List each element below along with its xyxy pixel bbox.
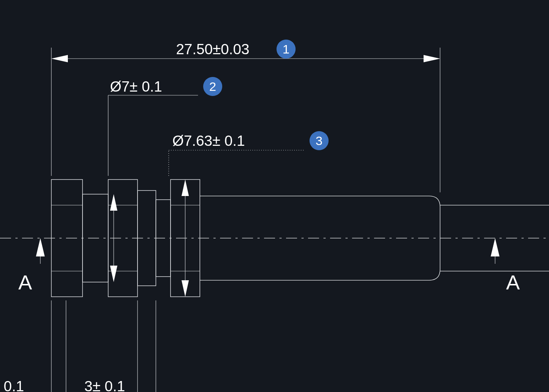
svg-text:2: 2: [209, 79, 216, 93]
section-left: A: [18, 238, 45, 294]
partial-bottom-mid: 3± 0.1: [84, 378, 125, 392]
dia7-arrow-top: [110, 194, 117, 211]
dim-dia763-text: Ø7.63± 0.1: [172, 133, 245, 149]
arrow-left: [51, 55, 68, 62]
badge-3: 3: [310, 131, 329, 150]
section-left-label: A: [18, 271, 32, 294]
badge-1: 1: [277, 40, 296, 59]
section-left-arrow: [36, 238, 45, 256]
dia-symbol: Ø: [110, 78, 121, 95]
drawing-canvas: 27.50±0.03 1 Ø7± 0.1 2: [0, 0, 549, 392]
part-outline: [0, 180, 549, 297]
dim-overall-length: 27.50±0.03 1: [51, 40, 440, 192]
svg-text:3: 3: [316, 134, 323, 148]
arrow-right: [424, 55, 440, 62]
dia7-arrow-bot: [110, 266, 117, 282]
section-right-label: A: [506, 271, 520, 294]
section-right-arrow: [491, 238, 499, 256]
dia763-arrow-bot: [182, 280, 189, 297]
section-right: A: [491, 238, 520, 294]
dia-symbol-2: Ø: [172, 133, 184, 149]
badge-2: 2: [203, 77, 222, 96]
dim-overall-text: 27.50±0.03: [176, 41, 249, 57]
dim-dia763: Ø7.63± 0.1 3: [169, 131, 329, 297]
partial-bottom-left: 0.1: [4, 378, 24, 392]
svg-text:1: 1: [283, 42, 290, 56]
dim-dia7-text: Ø7± 0.1: [110, 78, 162, 95]
dia763-arrow-top: [182, 180, 189, 196]
